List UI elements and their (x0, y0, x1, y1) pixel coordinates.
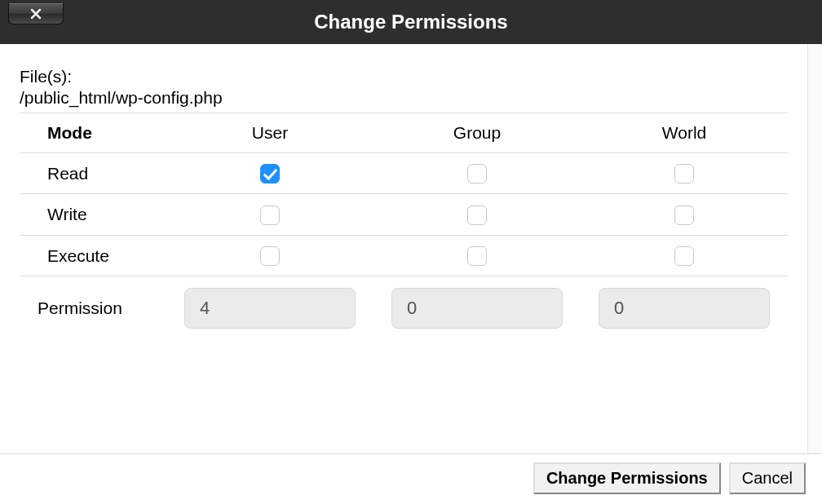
execute-group-checkbox[interactable] (467, 246, 487, 266)
mode-header: Mode (20, 113, 166, 153)
permission-world-field[interactable] (599, 288, 770, 329)
file-path: /public_html/wp-config.php (20, 88, 788, 108)
read-group-checkbox[interactable] (467, 164, 487, 183)
change-permissions-dialog: Change Permissions File(s): /public_html… (0, 0, 822, 504)
dialog-titlebar: Change Permissions (0, 0, 822, 44)
write-world-checkbox[interactable] (674, 206, 694, 225)
world-header: World (581, 113, 788, 153)
permission-group-field[interactable] (391, 288, 563, 329)
user-header: User (166, 113, 373, 153)
scrollbar-track[interactable] (807, 44, 822, 453)
write-row: Write (20, 194, 788, 235)
execute-label: Execute (20, 235, 166, 276)
execute-world-checkbox[interactable] (674, 246, 694, 266)
permission-value-row: Permission (20, 276, 788, 341)
read-world-checkbox[interactable] (674, 164, 694, 183)
read-label: Read (20, 153, 166, 194)
write-group-checkbox[interactable] (467, 206, 487, 225)
permission-user-field[interactable] (184, 288, 356, 329)
write-user-checkbox[interactable] (260, 206, 280, 225)
execute-row: Execute (20, 235, 788, 276)
close-button[interactable] (8, 3, 64, 24)
cancel-button[interactable]: Cancel (729, 462, 806, 494)
close-icon (29, 7, 42, 20)
read-user-checkbox[interactable] (260, 164, 280, 183)
read-row: Read (20, 153, 788, 194)
dialog-footer: Change Permissions Cancel (0, 453, 822, 504)
execute-user-checkbox[interactable] (260, 246, 280, 266)
files-label: File(s): (20, 67, 788, 86)
write-label: Write (20, 194, 166, 235)
permission-label: Permission (20, 276, 166, 341)
change-permissions-button[interactable]: Change Permissions (533, 462, 721, 494)
group-header: Group (373, 113, 581, 153)
dialog-body: File(s): /public_html/wp-config.php Mode… (0, 44, 822, 453)
dialog-title: Change Permissions (0, 11, 822, 33)
permissions-table: Mode User Group World Read Write (20, 113, 788, 340)
table-header-row: Mode User Group World (20, 113, 788, 153)
